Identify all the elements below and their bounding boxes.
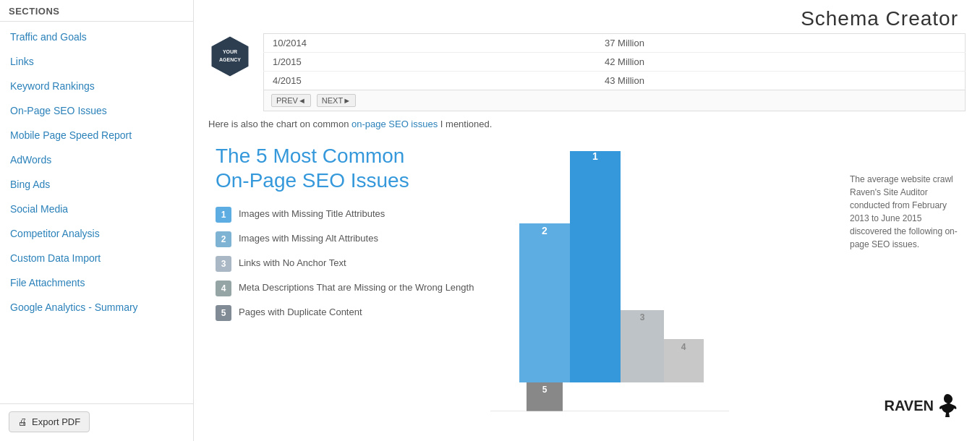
issue-text-2: Images with Missing Alt Attributes <box>239 231 378 245</box>
main-content: Schema Creator YOUR AGENCY 10/2014 37 <box>194 0 980 441</box>
issue-badge-3: 3 <box>216 256 231 272</box>
sidebar-item-traffic-and-goals[interactable]: Traffic and Goals <box>0 25 193 49</box>
svg-text:3: 3 <box>640 312 645 322</box>
data-table: 10/2014 37 Million 1/2015 42 Million 4/2… <box>263 33 966 90</box>
table-cell-value: 43 Million <box>596 72 965 90</box>
table-row: 4/2015 43 Million <box>264 72 966 90</box>
issue-badge-5: 5 <box>216 305 231 321</box>
chart-title: The 5 Most Common On-Page SEO Issues <box>216 144 483 192</box>
data-table-container: 10/2014 37 Million 1/2015 42 Million 4/2… <box>263 33 966 111</box>
chart-intro-text: Here is also the chart on common on-page… <box>208 119 966 129</box>
issue-text-4: Meta Descriptions That are Missing or th… <box>239 281 474 294</box>
table-row: 10/2014 37 Million <box>264 34 966 53</box>
svg-rect-3 <box>570 151 621 382</box>
sidebar-item-keyword-rankings[interactable]: Keyword Rankings <box>0 74 193 98</box>
sidebar-item-adwords[interactable]: AdWords <box>0 147 193 172</box>
sidebar-header: Sections <box>0 0 193 22</box>
sidebar-item-social-media[interactable]: Social Media <box>0 197 193 221</box>
svg-text:5: 5 <box>542 385 547 395</box>
bar-chart-svg: 1 2 3 4 5 <box>490 144 729 411</box>
list-item: 4 Meta Descriptions That are Missing or … <box>216 281 483 296</box>
table-cell-date: 10/2014 <box>264 34 597 53</box>
sidebar-item-links[interactable]: Links <box>0 49 193 74</box>
list-item: 3 Links with No Anchor Text <box>216 256 483 272</box>
sidebar-nav: Traffic and Goals Links Keyword Rankings… <box>0 22 193 403</box>
issue-text-1: Images with Missing Title Attributes <box>239 207 385 220</box>
agency-logo: YOUR AGENCY <box>208 35 252 78</box>
sidebar-item-competitor-analysis[interactable]: Competitor Analysis <box>0 221 193 246</box>
issue-text-3: Links with No Anchor Text <box>239 256 346 270</box>
raven-bird-icon <box>937 393 958 419</box>
svg-text:AGENCY: AGENCY <box>219 57 241 62</box>
sidebar-item-google-analytics-summary[interactable]: Google Analytics - Summary <box>0 295 193 320</box>
schema-creator-title: Schema Creator <box>801 7 958 30</box>
sidebar-footer: 🖨 Export PDF <box>0 403 193 441</box>
svg-text:1: 1 <box>592 150 598 162</box>
raven-logo: RAVEN <box>884 393 958 419</box>
table-footer: PREV◄ NEXT► <box>263 90 966 111</box>
list-item: 1 Images with Missing Title Attributes <box>216 207 483 223</box>
sidebar-item-on-page-seo-issues[interactable]: On-Page SEO Issues <box>0 98 193 123</box>
list-item: 2 Images with Missing Alt Attributes <box>216 231 483 247</box>
issue-badge-4: 4 <box>216 281 231 296</box>
svg-text:4: 4 <box>681 342 686 352</box>
export-pdf-label: Export PDF <box>32 416 80 427</box>
next-button[interactable]: NEXT► <box>317 94 356 107</box>
sidebar-item-bing-ads[interactable]: Bing Ads <box>0 172 193 197</box>
chart-container: The 5 Most Common On-Page SEO Issues 1 I… <box>208 137 966 433</box>
chart-left: The 5 Most Common On-Page SEO Issues 1 I… <box>208 137 483 433</box>
table-cell-date: 4/2015 <box>264 72 597 90</box>
svg-text:2: 2 <box>542 225 547 236</box>
printer-icon: 🖨 <box>18 416 27 427</box>
table-cell-date: 1/2015 <box>264 53 597 72</box>
export-pdf-button[interactable]: 🖨 Export PDF <box>9 411 90 432</box>
table-cell-value: 42 Million <box>596 53 965 72</box>
sidebar-item-file-attachments[interactable]: File Attachments <box>0 270 193 295</box>
list-item: 5 Pages with Duplicate Content <box>216 305 483 321</box>
svg-text:YOUR: YOUR <box>223 49 237 54</box>
svg-rect-5 <box>519 223 570 382</box>
sidebar: Sections Traffic and Goals Links Keyword… <box>0 0 194 441</box>
chart-right: 1 2 3 4 5 <box>483 137 966 433</box>
raven-logo-text: RAVEN <box>884 398 934 414</box>
content-area: YOUR AGENCY 10/2014 37 Million 1/2015 42… <box>194 33 980 441</box>
table-cell-value: 37 Million <box>596 34 965 53</box>
prev-button[interactable]: PREV◄ <box>271 94 311 107</box>
issue-badge-1: 1 <box>216 207 231 223</box>
sidebar-item-mobile-page-speed-report[interactable]: Mobile Page Speed Report <box>0 123 193 147</box>
sidebar-item-custom-data-import[interactable]: Custom Data Import <box>0 246 193 270</box>
top-bar: Schema Creator <box>194 0 980 33</box>
issue-list: 1 Images with Missing Title Attributes 2… <box>216 207 483 321</box>
svg-marker-0 <box>211 36 249 77</box>
issue-text-5: Pages with Duplicate Content <box>239 305 362 319</box>
chart-note: The average website crawl Raven's Site A… <box>850 173 966 251</box>
chart-section: Here is also the chart on common on-page… <box>194 111 980 433</box>
issue-badge-2: 2 <box>216 231 231 247</box>
table-row: 1/2015 42 Million <box>264 53 966 72</box>
